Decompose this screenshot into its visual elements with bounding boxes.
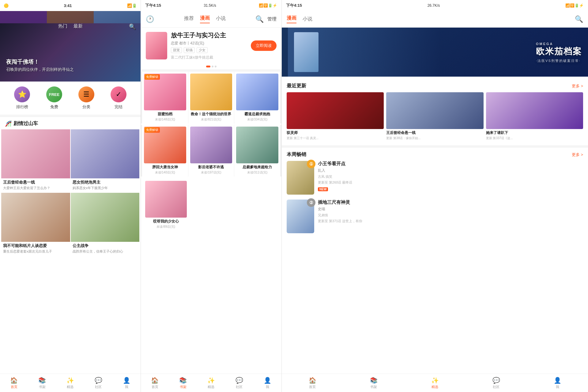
- nav-community-1[interactable]: 💬 社区: [95, 377, 102, 389]
- recently-section: 最近更新 更多 > 驭灵师 更新 第三十一话 真灵... 王后曾经命悬一线 更新…: [282, 79, 588, 143]
- section-emoji: 🎢: [5, 120, 12, 127]
- banner-text: 夜闯千佛塔！ 召唤异的四位伙伴，开启别样的寻仙之: [6, 58, 74, 72]
- big-banner[interactable]: OMEGA 欧米茄档案 ·法医VS刑警的破案日常·: [282, 28, 588, 77]
- community-icon-2: 💬: [236, 377, 243, 384]
- banner-character: [288, 28, 441, 77]
- recent-title-2: 她来了请趴下: [486, 130, 583, 135]
- nav-category[interactable]: ☰ 分类: [78, 86, 94, 110]
- nav-bookshelf-1[interactable]: 📚 书架: [38, 377, 46, 389]
- time-1: 3:41: [64, 3, 72, 8]
- m3-cover-5: [236, 127, 278, 163]
- tab-novel-3[interactable]: 小说: [303, 16, 312, 22]
- time-2: 下午4:15: [145, 3, 161, 8]
- nav-community-3[interactable]: 💬 社区: [492, 377, 500, 389]
- nav-community-2[interactable]: 💬 社区: [236, 377, 243, 389]
- nav-home-1[interactable]: 🏠 首页: [10, 377, 18, 389]
- recent-card-0[interactable]: 驭灵师 更新 第三十一话 真灵...: [287, 92, 384, 140]
- tab-novel[interactable]: 小说: [216, 15, 226, 23]
- recent-card-1[interactable]: 王后曾经命悬一线 更新 第38话：缘份开始...: [386, 92, 483, 140]
- featured-thumb: [146, 32, 167, 59]
- sales-item-0[interactable]: ① 小王爷看开点 乱入 古风 搞笑 更新至 第260话 最终话 NEW: [287, 161, 583, 195]
- bookshelf-icon-3: 📚: [370, 377, 378, 384]
- manage-btn[interactable]: 管理: [267, 16, 277, 22]
- search-icon-2[interactable]: 🔍: [255, 15, 264, 23]
- nav-free[interactable]: FREE 免费: [46, 86, 62, 110]
- read-now-button[interactable]: 立即阅读: [251, 40, 277, 51]
- nav-picks-3[interactable]: ✨ 精选: [431, 377, 439, 389]
- status-bar-2: 下午4:15 31.5K/s 📶🛜🔋⚡: [141, 0, 281, 11]
- nav-me-3[interactable]: 👤 我: [554, 377, 561, 389]
- sales-info-0: 小王爷看开点 乱入 古风 搞笑 更新至 第260话 最终话 NEW: [318, 161, 583, 192]
- m3-card-1[interactable]: 救命！这个猫统治的世界 未读/821话(完): [188, 72, 234, 124]
- nav-picks-2[interactable]: ✨ 精选: [207, 377, 215, 389]
- search-icon-banner[interactable]: 🔍: [129, 23, 136, 30]
- m3-sub-2: 未读/334话(完): [236, 117, 278, 122]
- history-icon[interactable]: 🕐: [146, 15, 154, 23]
- tag-0: 甜宠: [171, 47, 182, 53]
- nav-completed[interactable]: ✓ 完结: [111, 86, 126, 110]
- nav-me-1[interactable]: 👤 我: [123, 377, 130, 389]
- banner-dots: [141, 64, 281, 69]
- sales-item-1[interactable]: ② 插地三尺有神灵 史喵 兄弟情 更新至 第371话 这世上，有你: [287, 200, 583, 233]
- nav-bookshelf-2[interactable]: 📚 书架: [179, 377, 187, 389]
- status-icon-left: 🟡: [4, 3, 9, 8]
- m3-title-2: 霸道总裁求抱抱: [236, 112, 278, 117]
- community-label-2: 社区: [236, 385, 243, 389]
- sales-more[interactable]: 更多 >: [572, 152, 583, 158]
- nav-picks-1[interactable]: ✨ 精选: [66, 377, 74, 389]
- completed-label: 完结: [115, 104, 123, 110]
- tag-2: 少女: [197, 47, 208, 53]
- manga-card-3[interactable]: 公主战争 战胜所有公主，信奉王子心的归心: [71, 193, 140, 256]
- manga-card-1[interactable]: 恶女拒绝泡男主 妈系恶女x年下腹黑少年: [71, 129, 140, 192]
- m3-card-2[interactable]: 霸道总裁求抱抱 未读/334话(完): [234, 72, 280, 124]
- nav-ranking[interactable]: ⭐ 排行榜: [14, 86, 30, 110]
- manga-title-0: 王后曾经命悬一线: [3, 180, 68, 185]
- m3-sub-0: 未读/148话(完): [144, 117, 186, 122]
- nav-home-3[interactable]: 🏠 首页: [309, 377, 316, 389]
- section-title-text: 剧情过山车: [13, 120, 38, 127]
- completed-icon: ✓: [111, 86, 126, 102]
- featured-banner[interactable]: 放牛王子与实习公主 恋爱 都市丨42话(完) 甜宠 职场 少女 富二代打工妹x放…: [141, 28, 281, 64]
- tab-manga[interactable]: 漫画: [200, 15, 210, 23]
- nav-me-2[interactable]: 👤 我: [264, 377, 271, 389]
- nav-home-2[interactable]: 🏠 首页: [151, 377, 159, 389]
- free-icon: FREE: [46, 86, 62, 102]
- recent-title-0: 驭灵师: [287, 130, 384, 135]
- manga-card-2[interactable]: 我不可能和纸片人谈恋爱 重生后恋爱老套x跟次元白首儿子: [1, 193, 70, 256]
- m3-card-5[interactable]: 总裁爹地来超给力 未读/311话(完): [234, 125, 280, 177]
- recent-card-2[interactable]: 她来了请趴下 更新 第337话《这...: [486, 92, 583, 140]
- me-label-1: 我: [125, 385, 128, 389]
- panel2-header: 🕐 推荐 漫画 小说 🔍 管理: [141, 11, 281, 28]
- m3-sub-4: 未读/197话(完): [190, 170, 232, 175]
- manga-cover-1: [71, 129, 140, 178]
- sales-author-1: 兄弟情: [318, 213, 583, 218]
- banner-line2: 召唤异的四位伙伴，开启别样的寻仙之: [6, 67, 74, 72]
- tab-manga-3[interactable]: 漫画: [287, 15, 296, 23]
- m3-card-6[interactable]: 哎呀我的少女心 未读/89话(完): [143, 179, 189, 231]
- banner-tagline: ·法医VS刑警的破案日常·: [536, 58, 582, 63]
- category-label: 分类: [82, 104, 90, 110]
- tab-new[interactable]: 最新: [74, 23, 83, 82]
- manga-row3: 哎呀我的少女心 未读/89话(完): [141, 178, 281, 232]
- picks-label-3: 精选: [432, 385, 438, 389]
- me-icon-2: 👤: [264, 377, 271, 384]
- time-3: 下午4:15: [286, 3, 302, 8]
- m3-card-0[interactable]: 免费解锁 甜蜜拍档 未读/148话(完): [142, 72, 188, 124]
- tab-recommend[interactable]: 推荐: [184, 15, 194, 23]
- bottom-spacer-2: [141, 232, 281, 253]
- m3-card-4[interactable]: 影后老婆不许逃 未读/197话(完): [188, 125, 234, 177]
- m3-card-3[interactable]: 免费解锁 胖回大唐当女神 未读/140话(完): [142, 125, 188, 177]
- search-icon-3[interactable]: 🔍: [575, 15, 583, 23]
- recently-more[interactable]: 更多 >: [572, 83, 583, 89]
- bottom-nav-2: 🏠 首页 📚 书架 ✨ 精选 💬 社区 👤 我: [141, 374, 281, 392]
- recently-title: 最近更新: [287, 83, 306, 89]
- sales-header: 本周畅销 更多 >: [287, 151, 583, 158]
- manga-card-0[interactable]: 王后曾经命悬一线 大爱种王后大爱欢迎了怎么办？: [1, 129, 70, 192]
- me-icon-1: 👤: [123, 377, 130, 384]
- speed-3: 26.7K/s: [428, 3, 440, 8]
- panel3-header: 漫画 小说 🔍: [282, 11, 588, 28]
- nav-bookshelf-3[interactable]: 📚 书架: [370, 377, 378, 389]
- featured-title: 放牛王子与实习公主: [171, 31, 247, 40]
- tab-hot[interactable]: 热门: [58, 23, 67, 82]
- picks-label-1: 精选: [67, 385, 74, 389]
